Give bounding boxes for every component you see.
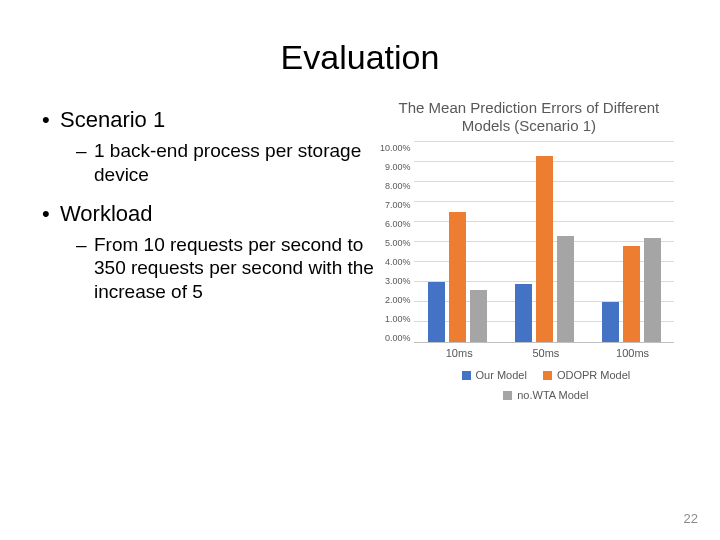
bar xyxy=(470,290,487,342)
x-tick: 50ms xyxy=(503,347,590,359)
plot-area xyxy=(414,143,674,343)
slide: Evaluation Scenario 1 1 back-end process… xyxy=(0,0,720,540)
y-tick: 0.00% xyxy=(385,333,411,343)
chart-area: 10.00% 9.00% 8.00% 7.00% 6.00% 5.00% 4.0… xyxy=(380,143,678,343)
bullet-workload: Workload xyxy=(42,201,380,227)
page-title: Evaluation xyxy=(42,38,678,77)
bar xyxy=(623,246,640,342)
bar xyxy=(536,156,553,342)
y-tick: 6.00% xyxy=(385,219,411,229)
bar-group xyxy=(509,156,579,342)
bullet-scenario: Scenario 1 xyxy=(42,107,380,133)
y-tick: 10.00% xyxy=(380,143,411,153)
bar xyxy=(428,282,445,342)
page-number: 22 xyxy=(684,511,698,526)
x-tick: 10ms xyxy=(416,347,503,359)
y-tick: 8.00% xyxy=(385,181,411,191)
body-row: Scenario 1 1 back-end process per storag… xyxy=(42,99,678,401)
y-tick: 5.00% xyxy=(385,238,411,248)
legend-label: no.WTA Model xyxy=(517,389,588,401)
x-tick: 100ms xyxy=(589,347,676,359)
chart-title: The Mean Prediction Errors of Different … xyxy=(380,99,678,135)
chart-column: The Mean Prediction Errors of Different … xyxy=(380,99,678,401)
y-tick: 1.00% xyxy=(385,314,411,324)
bar xyxy=(557,236,574,342)
y-tick: 3.00% xyxy=(385,276,411,286)
legend: Our Model ODOPR Model no.WTA Model xyxy=(416,369,676,401)
bar-group xyxy=(596,238,666,342)
y-axis: 10.00% 9.00% 8.00% 7.00% 6.00% 5.00% 4.0… xyxy=(380,143,415,343)
grid-line xyxy=(414,141,674,142)
bar xyxy=(602,302,619,342)
bar-group xyxy=(423,212,493,342)
text-column: Scenario 1 1 back-end process per storag… xyxy=(42,99,380,401)
legend-swatch-icon xyxy=(543,371,552,380)
y-tick: 4.00% xyxy=(385,257,411,267)
legend-label: Our Model xyxy=(476,369,527,381)
legend-swatch-icon xyxy=(462,371,471,380)
bar xyxy=(644,238,661,342)
x-axis: 10ms 50ms 100ms xyxy=(416,343,676,359)
legend-item: ODOPR Model xyxy=(543,369,630,381)
y-tick: 2.00% xyxy=(385,295,411,305)
legend-item: Our Model xyxy=(462,369,527,381)
legend-label: ODOPR Model xyxy=(557,369,630,381)
y-tick: 7.00% xyxy=(385,200,411,210)
y-tick: 9.00% xyxy=(385,162,411,172)
legend-swatch-icon xyxy=(503,391,512,400)
bar xyxy=(449,212,466,342)
bar xyxy=(515,284,532,342)
bullet-workload-detail: From 10 requests per second to 350 reque… xyxy=(42,233,380,304)
legend-item: no.WTA Model xyxy=(503,389,588,401)
bullet-scenario-detail: 1 back-end process per storage device xyxy=(42,139,380,187)
